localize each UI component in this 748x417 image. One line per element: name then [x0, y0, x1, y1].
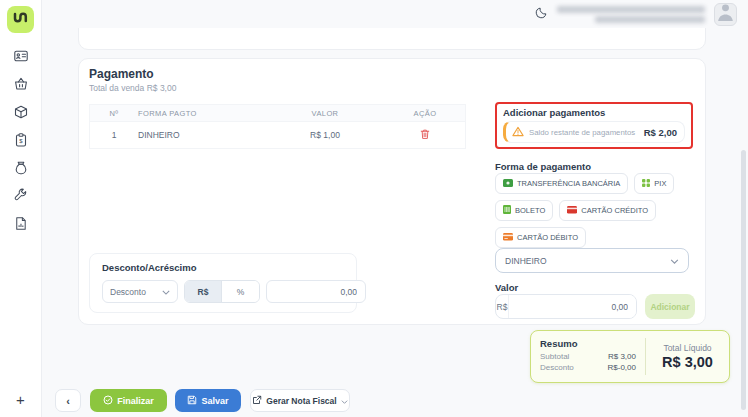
table-row: 1 DINHEIRO R$ 1,00	[89, 122, 466, 149]
row-payment-method: DINHEIRO	[138, 130, 265, 140]
discount-type-value: Desconto	[110, 287, 146, 297]
unit-percent-toggle[interactable]: %	[222, 281, 259, 302]
warning-triangle-icon	[512, 123, 524, 141]
chip-cartao-credito[interactable]: CARTÃO CRÉDITO	[559, 200, 656, 221]
remaining-balance-text: Saldo restante de pagamentos	[529, 128, 639, 137]
trash-icon	[420, 128, 430, 142]
chevron-down-icon	[670, 256, 679, 266]
main-content: Pagamento Total da venda R$ 3,00 Nº FORM…	[42, 28, 748, 417]
external-link-icon	[252, 395, 262, 407]
redacted-text-line	[595, 16, 705, 23]
invoice-label: Gerar Nota Fiscal	[266, 396, 336, 406]
add-payment-button[interactable]: Adicionar	[645, 294, 695, 319]
svg-text:$: $	[19, 138, 23, 144]
user-name-redacted	[557, 6, 705, 23]
summary-row-subtotal: Subtotal R$ 3,00	[540, 352, 636, 361]
barcode-icon	[503, 205, 511, 216]
redacted-text-line	[557, 6, 705, 13]
chevron-down-icon	[341, 396, 348, 406]
subtotal-label: Subtotal	[540, 352, 569, 361]
sidebar-item-sales[interactable]	[9, 161, 33, 178]
sidebar-nav: $	[9, 49, 33, 234]
save-disk-icon	[187, 395, 197, 407]
payments-table: Nº FORMA PAGTO VALOR AÇÃO 1 DINHEIRO R$ …	[89, 104, 466, 149]
chip-cartao-debito[interactable]: CARTÃO DÉBITO	[495, 227, 586, 248]
remaining-balance-alert: Saldo restante de pagamentos R$ 2,00	[503, 121, 685, 143]
save-button[interactable]: Salvar	[175, 389, 241, 412]
sidebar-item-reports[interactable]	[9, 217, 33, 234]
vertical-scrollbar[interactable]	[741, 150, 746, 410]
clipboard-dollar-icon: $	[13, 132, 29, 152]
pix-icon	[642, 179, 650, 189]
subtotal-value: R$ 3,00	[608, 352, 636, 361]
column-header-action: AÇÃO	[385, 109, 465, 118]
chip-transferencia-bancaria[interactable]: TRANSFERÊNCIA BANCÁRIA	[495, 173, 628, 194]
chip-label: CARTÃO CRÉDITO	[581, 206, 648, 215]
app-logo[interactable]	[7, 6, 34, 33]
package-icon	[13, 104, 29, 124]
theme-toggle-button[interactable]	[535, 5, 548, 23]
sidebar-item-products[interactable]	[9, 105, 33, 122]
topbar	[42, 0, 748, 28]
add-payments-title: Adicionar pagamentos	[503, 107, 685, 118]
finalize-label: Finalizar	[117, 396, 154, 406]
discount-amount-input[interactable]	[266, 280, 366, 303]
chip-label: TRANSFERÊNCIA BANCÁRIA	[517, 179, 620, 188]
sidebar-add-button[interactable]: +	[16, 392, 25, 407]
chip-pix[interactable]: PIX	[634, 173, 674, 194]
chevron-down-icon	[162, 287, 170, 297]
payments-table-header: Nº FORMA PAGTO VALOR AÇÃO	[89, 104, 466, 122]
column-header-method: FORMA PAGTO	[138, 109, 265, 118]
check-circle-icon	[103, 395, 113, 407]
column-header-value: VALOR	[265, 109, 385, 118]
currency-prefix: R$	[496, 295, 509, 318]
discount-label: Desconto	[540, 363, 574, 372]
chip-label: BOLETO	[515, 206, 545, 215]
row-value: R$ 1,00	[265, 130, 385, 140]
summary-row-discount: Desconto R$-0,00	[540, 363, 636, 372]
report-file-icon	[13, 216, 28, 235]
payment-method-selected: DINHEIRO	[505, 256, 547, 266]
payment-title: Pagamento	[89, 67, 154, 81]
payment-value-input[interactable]	[509, 295, 636, 318]
discount-section: Desconto/Acréscimo Desconto R$ %	[89, 253, 357, 313]
summary-divider	[645, 338, 646, 375]
moon-icon	[535, 5, 548, 23]
sidebar: $ +	[0, 0, 42, 417]
debit-card-icon	[503, 233, 513, 243]
money-bag-icon	[13, 160, 29, 180]
generate-invoice-button[interactable]: Gerar Nota Fiscal	[250, 389, 350, 412]
payment-method-label: Forma de pagamento	[495, 161, 591, 172]
remaining-balance-value: R$ 2,00	[644, 127, 677, 138]
back-button[interactable]: ‹	[55, 389, 81, 412]
id-card-icon	[13, 48, 29, 68]
total-label: Total Líquido	[663, 343, 711, 353]
wave-logo-icon	[12, 11, 30, 29]
wrench-icon	[13, 188, 28, 207]
summary-box: Resumo Subtotal R$ 3,00 Desconto R$-0,00…	[530, 330, 730, 383]
total-value: R$ 3,00	[662, 354, 713, 370]
finalize-button[interactable]: Finalizar	[90, 389, 167, 412]
avatar[interactable]	[714, 3, 737, 26]
discount-title: Desconto/Acréscimo	[102, 262, 197, 273]
discount-value: R$-0,00	[608, 363, 636, 372]
chip-boleto[interactable]: BOLETO	[495, 200, 553, 221]
person-icon	[715, 3, 736, 25]
chip-label: PIX	[654, 179, 666, 188]
discount-type-select[interactable]: Desconto	[102, 280, 178, 303]
discount-unit-toggle: R$ %	[184, 280, 260, 303]
payment-method-chips: TRANSFERÊNCIA BANCÁRIA PIX BOLETO CARTÃO…	[495, 173, 705, 248]
credit-card-icon	[567, 206, 577, 216]
unit-currency-toggle[interactable]: R$	[185, 281, 222, 302]
delete-payment-button[interactable]	[420, 128, 430, 142]
sidebar-item-orders[interactable]	[9, 77, 33, 94]
summary-title: Resumo	[540, 338, 636, 349]
column-header-num: Nº	[90, 109, 138, 118]
payment-method-select[interactable]: DINHEIRO	[495, 248, 689, 273]
basket-icon	[13, 76, 29, 96]
payment-subtitle: Total da venda R$ 3,00	[89, 83, 176, 93]
sidebar-item-contacts[interactable]	[9, 49, 33, 66]
sidebar-item-services[interactable]	[9, 189, 33, 206]
sidebar-item-budget[interactable]: $	[9, 133, 33, 150]
add-payments-panel: Adicionar pagamentos Saldo restante de p…	[495, 102, 693, 149]
